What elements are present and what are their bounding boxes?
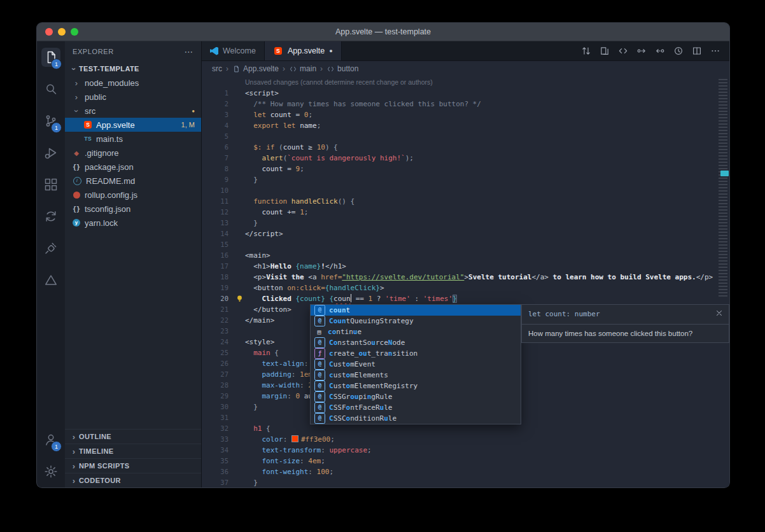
braces-file-icon: {} — [71, 206, 81, 213]
code-text: $: if (count ≥ 10) { — [245, 142, 338, 153]
tree-item-main.ts[interactable]: TSmain.ts — [65, 132, 201, 146]
code-text: } — [245, 402, 258, 412]
open-changes-icon[interactable] — [600, 46, 610, 56]
sync-activity-button[interactable] — [37, 200, 65, 232]
minimap[interactable] — [717, 76, 729, 487]
section-npm-scripts[interactable]: ›NPM SCRIPTS — [65, 458, 201, 473]
explorer-activity-button[interactable]: 1 — [37, 41, 65, 73]
tree-item-node_modules[interactable]: ›node_modules — [65, 76, 201, 90]
suggestion-CustomElementRegistry[interactable]: @CustomElementRegistry — [311, 381, 521, 391]
run-debug-activity-button[interactable] — [37, 137, 65, 169]
section-label: OUTLINE — [79, 433, 111, 440]
suggestion-CSSConditionRule[interactable]: @CSSConditionRule — [311, 413, 521, 424]
close-icon[interactable] — [715, 309, 724, 318]
tab-bar: WelcomeSApp.svelte● — [202, 41, 729, 61]
section-label: NPM SCRIPTS — [79, 462, 130, 470]
line-number: 22 — [202, 315, 234, 326]
azure-activity-button[interactable] — [37, 264, 65, 296]
more-actions-icon[interactable]: ⋯ — [184, 46, 193, 57]
tree-item-yarn.lock[interactable]: yyarn.lock — [65, 216, 201, 230]
suggestion-label: CSSGroupingRule — [329, 391, 392, 402]
breadcrumb-label: src — [212, 64, 222, 73]
tree-item-rollup.config.js[interactable]: rollup.config.js — [65, 188, 201, 202]
prev-change-icon[interactable] — [636, 46, 647, 56]
extensions-activity-button[interactable] — [37, 169, 65, 200]
breadcrumb-item-src[interactable]: src — [212, 64, 222, 73]
lightbulb-icon[interactable] — [234, 293, 245, 304]
tree-item-README.md[interactable]: iREADME.md — [65, 174, 201, 188]
code-line-18: 18 <p>Visit the <a href="https://svelte.… — [202, 272, 729, 283]
tree-item-.gitignore[interactable]: ◆.gitignore — [65, 146, 201, 160]
line-number: 29 — [202, 391, 234, 402]
line-number: 6 — [202, 142, 234, 153]
next-change-icon[interactable] — [655, 46, 665, 56]
suggestion-CustomEvent[interactable]: @CustomEvent — [311, 359, 521, 370]
suggestion-customElements[interactable]: @customElements — [311, 370, 521, 381]
suggestion-continue[interactable]: ▤continue — [311, 326, 521, 337]
code-line-10: 10 — [202, 185, 729, 196]
tree-item-label: yarn.lock — [85, 218, 118, 228]
code-line-35: 35 font-size: 4em; — [202, 456, 729, 466]
gutter-slot — [234, 456, 245, 466]
tree-item-public[interactable]: ›public — [65, 90, 201, 104]
tab-welcome[interactable]: Welcome — [202, 41, 265, 60]
gutter-slot — [234, 391, 245, 402]
breadcrumb-item-button[interactable]: button — [326, 64, 358, 73]
variable-kind-icon: @ — [314, 316, 325, 326]
line-number: 9 — [202, 174, 234, 185]
line-number: 23 — [202, 326, 234, 337]
settings-activity-button[interactable] — [37, 456, 65, 487]
suggestion-ConstantSourceNode[interactable]: @ConstantSourceNode — [311, 337, 521, 348]
search-activity-button[interactable] — [37, 73, 65, 105]
tree-item-package.json[interactable]: {}package.json — [65, 160, 201, 174]
code-line-7: 7 alert(`count is dangerously high!`); — [202, 153, 729, 164]
line-number: 25 — [202, 347, 234, 358]
tree-root-test-template[interactable]: › TEST-TEMPLATE — [65, 62, 201, 76]
suggestion-count[interactable]: @count — [311, 305, 521, 316]
gutter-slot — [234, 315, 245, 326]
vscode-window: App.svelte — test-template 11 1 EXPLORER… — [36, 22, 730, 488]
line-number: 31 — [202, 412, 234, 423]
gear-icon — [43, 464, 59, 479]
code-editor[interactable]: Unsaved changes (cannot determine recent… — [202, 76, 729, 487]
line-number: 15 — [202, 239, 234, 250]
variable-kind-icon: @ — [314, 381, 325, 391]
chevron-right-icon: › — [69, 476, 79, 486]
compare-icon[interactable] — [581, 46, 591, 56]
gutter-slot — [234, 358, 245, 369]
code-icon[interactable] — [618, 46, 628, 56]
tree-item-label: rollup.config.js — [85, 190, 137, 200]
tree-item-src[interactable]: ›src● — [65, 104, 201, 118]
suggestion-create_out_transition[interactable]: ƒcreate_out_transition — [311, 348, 521, 359]
line-number: 26 — [202, 358, 234, 369]
code-line-33: 33 color: #ff3e00; — [202, 434, 729, 445]
source-control-activity-button[interactable]: 1 — [37, 105, 65, 137]
suggestion-CSSGroupingRule[interactable]: @CSSGroupingRule — [311, 391, 521, 402]
suggestion-CSSFontFaceRule[interactable]: @CSSFontFaceRule — [311, 402, 521, 413]
section-outline[interactable]: ›OUTLINE — [65, 429, 201, 444]
tree-item-label: README.md — [86, 176, 135, 186]
code-line-13: 13 } — [202, 218, 729, 228]
code-text: function handleClick() { — [245, 196, 354, 207]
history-icon[interactable] — [673, 46, 684, 56]
variable-kind-icon: @ — [314, 413, 325, 424]
tab-app-svelte[interactable]: SApp.svelte● — [265, 41, 342, 60]
svelte-file-icon: S — [84, 121, 92, 129]
split-editor-icon[interactable] — [692, 46, 702, 56]
suggestion-CountQueuingStrategy[interactable]: @CountQueuingStrategy — [311, 316, 521, 326]
accounts-activity-button[interactable]: 1 — [37, 424, 65, 456]
section-timeline[interactable]: ›TIMELINE — [65, 444, 201, 458]
tree-item-App.svelte[interactable]: SApp.svelte1, M — [65, 118, 201, 132]
titlebar[interactable]: App.svelte — test-template — [37, 23, 729, 41]
rollup-file-icon — [73, 192, 80, 199]
gutter-slot — [234, 261, 245, 272]
tree-item-tsconfig.json[interactable]: {}tsconfig.json — [65, 202, 201, 216]
line-number: 20 — [202, 293, 234, 304]
remote-activity-button[interactable] — [37, 232, 65, 264]
git-status-badge: 1, M — [181, 121, 201, 129]
breadcrumb-item-App.svelte[interactable]: App.svelte — [232, 64, 279, 73]
section-codetour[interactable]: ›CODETOUR — [65, 473, 201, 487]
more-actions-icon[interactable] — [710, 46, 720, 56]
breadcrumb-item-main[interactable]: main — [289, 64, 316, 73]
gutter-slot — [234, 109, 245, 120]
